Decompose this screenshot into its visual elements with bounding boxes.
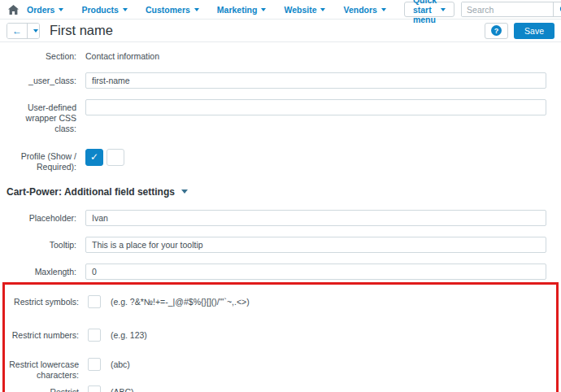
restrict-options-highlight-box: Restrict symbols: (e.g. ?&*№!+=-_|@#$%{}…	[2, 282, 559, 392]
restrict-numbers-row: Restrict numbers: (e.g. 123)	[9, 329, 552, 342]
restrict-numbers-hint: (e.g. 123)	[111, 329, 147, 340]
wrapper-css-input[interactable]	[85, 99, 546, 115]
nav-item-website[interactable]: Website	[284, 5, 325, 15]
page-title: First name	[50, 23, 113, 38]
restrict-symbols-checkbox[interactable]	[88, 295, 101, 308]
title-bar: ← First name ? Save	[0, 20, 561, 42]
help-button[interactable]: ?	[485, 23, 508, 39]
chevron-down-icon	[261, 8, 266, 11]
tooltip-input[interactable]	[85, 237, 546, 253]
chevron-down-icon	[123, 8, 128, 11]
nav-item-customers[interactable]: Customers	[146, 5, 199, 15]
placeholder-label: Placeholder:	[7, 210, 85, 224]
profile-row: Profile (Show / Required): ✓	[7, 148, 554, 172]
restrict-uppercase-checkbox[interactable]	[88, 385, 101, 392]
placeholder-row: Placeholder:	[7, 210, 554, 226]
user-class-label: _user_class:	[7, 72, 85, 86]
quick-start-menu-button[interactable]: Quick start menu	[404, 2, 454, 17]
check-icon: ✓	[90, 151, 98, 163]
back-arrow-icon: ←	[12, 25, 22, 37]
nav-item-products[interactable]: Products	[81, 5, 128, 15]
restrict-symbols-hint: (e.g. ?&*№!+=-_|@#$%{}[]()/'"`~,.<>)	[111, 295, 250, 307]
restrict-uppercase-hint: (ABC)	[111, 385, 134, 392]
chevron-down-icon	[441, 8, 446, 11]
profile-required-checkbox[interactable]	[107, 149, 124, 166]
restrict-numbers-checkbox[interactable]	[88, 329, 101, 342]
restrict-uppercase-row: Restrict uppercase characters: (ABC)	[9, 385, 552, 392]
back-dropdown-button[interactable]	[27, 24, 39, 38]
top-nav-bar: Orders Products Customers Marketing Webs…	[0, 0, 561, 20]
help-icon: ?	[491, 25, 502, 36]
wrapper-css-row: User-defined wrapper CSS class:	[7, 99, 554, 134]
user-class-input[interactable]	[85, 72, 546, 89]
field-settings-form: Section: Contact information _user_class…	[0, 42, 561, 392]
restrict-symbols-row: Restrict symbols: (e.g. ?&*№!+=-_|@#$%{}…	[9, 295, 552, 308]
nav-item-orders[interactable]: Orders	[27, 5, 63, 15]
restrict-uppercase-label: Restrict uppercase characters:	[9, 385, 88, 392]
tooltip-label: Tooltip:	[7, 237, 85, 250]
back-button[interactable]: ←	[7, 24, 27, 38]
tooltip-row: Tooltip:	[7, 237, 554, 253]
restrict-symbols-label: Restrict symbols:	[9, 295, 88, 307]
restrict-numbers-label: Restrict numbers:	[9, 329, 88, 341]
cart-power-section-heading[interactable]: Cart-Power: Additional field settings	[7, 186, 554, 198]
maxlength-row: Maxlength:	[7, 264, 554, 280]
chevron-down-icon	[381, 8, 386, 11]
maxlength-label: Maxlength:	[7, 264, 85, 277]
section-value: Contact information	[85, 48, 546, 61]
search-group	[461, 2, 561, 17]
wrapper-css-label: User-defined wrapper CSS class:	[7, 99, 85, 134]
search-button[interactable]	[553, 2, 561, 16]
home-icon[interactable]	[8, 5, 19, 15]
back-button-group: ←	[7, 23, 40, 39]
restrict-lowercase-row: Restrict lowercase characters: (abc)	[9, 358, 552, 381]
profile-label: Profile (Show / Required):	[7, 148, 85, 172]
section-row: Section: Contact information	[7, 48, 554, 62]
search-input[interactable]	[462, 2, 553, 16]
restrict-lowercase-checkbox[interactable]	[88, 358, 101, 371]
chevron-down-icon	[181, 189, 188, 194]
chevron-down-icon	[194, 8, 199, 11]
user-class-row: _user_class:	[7, 72, 554, 89]
placeholder-input[interactable]	[85, 210, 546, 226]
chevron-down-icon	[59, 8, 63, 11]
restrict-lowercase-label: Restrict lowercase characters:	[9, 358, 88, 381]
chevron-down-icon	[33, 29, 38, 33]
nav-item-marketing[interactable]: Marketing	[217, 5, 267, 15]
restrict-lowercase-hint: (abc)	[111, 358, 130, 369]
profile-show-checkbox[interactable]: ✓	[85, 149, 103, 166]
maxlength-input[interactable]	[85, 264, 546, 280]
chevron-down-icon	[320, 8, 325, 11]
save-button[interactable]: Save	[514, 23, 554, 39]
section-label: Section:	[7, 48, 85, 62]
nav-item-vendors[interactable]: Vendors	[343, 5, 385, 15]
